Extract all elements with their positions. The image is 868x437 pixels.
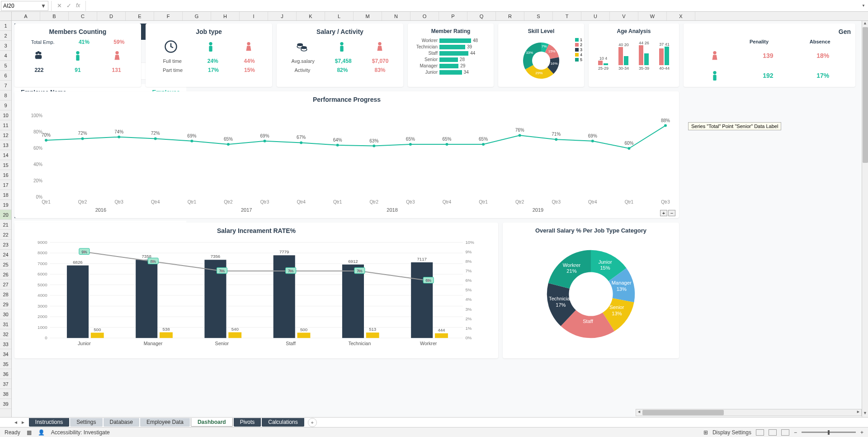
row-header[interactable]: 32 — [0, 329, 11, 339]
row-header[interactable]: 19 — [0, 200, 11, 210]
row-header[interactable]: 37 — [0, 379, 11, 389]
select-all[interactable] — [0, 12, 12, 20]
column-header[interactable]: X — [667, 12, 695, 20]
row-header[interactable]: 20 — [0, 210, 11, 220]
sheet-tab[interactable]: Calculations — [262, 418, 304, 427]
accessibility-status[interactable]: Accessibility: Investigate — [51, 429, 110, 436]
row-header[interactable]: 13 — [0, 140, 11, 150]
column-header[interactable]: I — [240, 12, 268, 20]
row-header[interactable]: 28 — [0, 290, 11, 299]
page-break-button[interactable] — [781, 429, 789, 436]
column-header[interactable]: N — [382, 12, 410, 20]
column-header[interactable]: T — [553, 12, 581, 20]
row-header[interactable]: 26 — [0, 270, 11, 280]
sheet-tab[interactable]: Database — [104, 418, 139, 427]
row-header[interactable]: 30 — [0, 309, 11, 319]
row-header[interactable]: 11 — [0, 120, 11, 130]
row-header[interactable]: 15 — [0, 160, 11, 170]
tab-first-icon[interactable]: ◄ — [14, 420, 18, 425]
zoom-out-button[interactable]: − — [794, 429, 797, 436]
row-header[interactable]: 1 — [0, 21, 11, 31]
row-header[interactable]: 14 — [0, 150, 11, 160]
display-settings[interactable]: Display Settings — [712, 429, 751, 436]
column-header[interactable]: S — [524, 12, 553, 20]
column-header[interactable]: F — [154, 12, 183, 20]
scroll-thumb[interactable] — [642, 410, 724, 415]
column-header[interactable]: V — [610, 12, 638, 20]
row-header[interactable]: 21 — [0, 220, 11, 230]
zoom-in-button[interactable]: + — [860, 429, 863, 436]
expand-formula-icon[interactable]: ▼ — [862, 4, 865, 8]
column-header[interactable]: H — [211, 12, 240, 20]
page-layout-button[interactable] — [769, 429, 777, 436]
workspace[interactable]: Members Counting Total Emp. 41% 59% 222 … — [12, 21, 868, 426]
row-header[interactable]: 10 — [0, 110, 11, 120]
column-header[interactable]: J — [268, 12, 297, 20]
column-header[interactable]: K — [297, 12, 325, 20]
row-header[interactable]: 9 — [0, 100, 11, 110]
scroll-thumb[interactable] — [863, 27, 868, 163]
column-header[interactable]: L — [325, 12, 354, 20]
row-header[interactable]: 23 — [0, 240, 11, 250]
column-header[interactable]: D — [97, 12, 126, 20]
cancel-icon[interactable]: ✕ — [57, 2, 62, 9]
column-header[interactable]: P — [439, 12, 467, 20]
row-header[interactable]: 8 — [0, 90, 11, 100]
name-box[interactable]: AI20 ▼ — [1, 1, 48, 11]
zoom-in-button[interactable]: + — [660, 210, 667, 216]
row-header[interactable]: 17 — [0, 180, 11, 190]
row-header[interactable]: 39 — [0, 399, 11, 409]
fx-icon[interactable]: fx — [76, 2, 80, 9]
sheet-tab[interactable]: Dashboard — [191, 418, 233, 427]
normal-view-button[interactable] — [756, 429, 764, 436]
row-header[interactable]: 27 — [0, 280, 11, 290]
column-header[interactable]: Q — [467, 12, 496, 20]
sheet-tab[interactable]: Settings — [70, 418, 102, 427]
row-header[interactable]: 2 — [0, 31, 11, 41]
row-header[interactable]: 24 — [0, 250, 11, 260]
new-sheet-button[interactable]: + — [308, 418, 317, 427]
zoom-slider[interactable] — [802, 432, 856, 433]
column-header[interactable]: U — [581, 12, 610, 20]
row-header[interactable]: 22 — [0, 230, 11, 240]
row-header[interactable]: 34 — [0, 349, 11, 359]
column-header[interactable]: C — [69, 12, 97, 20]
row-header[interactable]: 18 — [0, 190, 11, 200]
column-header[interactable]: M — [354, 12, 382, 20]
formula-input[interactable] — [89, 1, 862, 10]
row-header[interactable]: 33 — [0, 339, 11, 349]
row-header[interactable]: 16 — [0, 170, 11, 180]
column-header[interactable]: E — [126, 12, 154, 20]
sheet-tab[interactable]: Instructions — [29, 418, 69, 427]
row-header[interactable]: 5 — [0, 61, 11, 71]
row-header[interactable]: 12 — [0, 130, 11, 140]
sheet-tab[interactable]: Pivots — [234, 418, 261, 427]
macro-record-icon[interactable]: ▦ — [27, 429, 32, 436]
row-header[interactable]: 6 — [0, 71, 11, 81]
accessibility-icon[interactable]: 👤 — [38, 429, 45, 436]
row-header[interactable]: 36 — [0, 369, 11, 379]
chevron-down-icon[interactable]: ▼ — [41, 3, 46, 9]
row-header[interactable]: 35 — [0, 359, 11, 369]
horizontal-scrollbar[interactable]: ◄ ► — [636, 409, 862, 416]
row-header[interactable]: 3 — [0, 41, 11, 51]
row-header[interactable]: 7 — [0, 81, 11, 90]
confirm-icon[interactable]: ✓ — [66, 2, 71, 9]
column-header[interactable]: G — [183, 12, 211, 20]
row-header[interactable]: 31 — [0, 319, 11, 329]
zoom-out-button[interactable]: − — [668, 210, 675, 216]
display-settings-icon[interactable]: ⊞ — [703, 429, 708, 436]
row-header[interactable]: 25 — [0, 260, 11, 270]
scroll-up-icon[interactable]: ▲ — [862, 21, 868, 27]
column-header[interactable]: W — [638, 12, 667, 20]
scroll-down-icon[interactable]: ▼ — [862, 411, 868, 417]
vertical-scrollbar[interactable]: ▲ ▼ — [862, 21, 868, 417]
sheet-tab[interactable]: Employee Data — [140, 418, 190, 427]
column-header[interactable]: O — [410, 12, 439, 20]
column-header[interactable]: R — [496, 12, 524, 20]
column-header[interactable]: B — [40, 12, 69, 20]
row-header[interactable]: 4 — [0, 51, 11, 61]
column-header[interactable]: A — [12, 12, 40, 20]
row-header[interactable]: 38 — [0, 389, 11, 399]
row-header[interactable]: 29 — [0, 299, 11, 309]
